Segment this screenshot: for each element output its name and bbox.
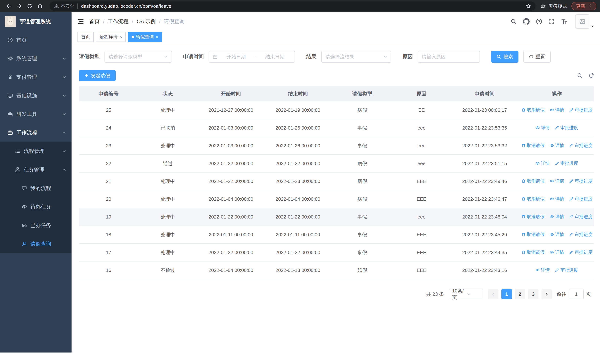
- omnibox-separator: [77, 3, 78, 9]
- detail-link[interactable]: 详情: [550, 142, 564, 149]
- cancel-leave-link[interactable]: 取消请假: [521, 142, 544, 149]
- sidebar-item-leave-query[interactable]: 请假查询: [0, 235, 72, 253]
- sidebar-item-process-management[interactable]: 流程管理: [0, 142, 72, 160]
- address-bar[interactable]: 不安全 dashboard.yudao.iocoder.cn/bpm/oa/le…: [50, 1, 535, 11]
- cell-status: 处理中: [138, 226, 197, 243]
- approval-progress-link[interactable]: 审批进度: [555, 160, 578, 166]
- approval-progress-link[interactable]: 审批进度: [555, 125, 578, 131]
- approval-progress-link[interactable]: 审批进度: [569, 178, 592, 184]
- reason-input[interactable]: [418, 51, 480, 63]
- breadcrumb-item[interactable]: 首页: [89, 18, 100, 25]
- edit-pen-icon: [555, 268, 559, 272]
- cancel-leave-link[interactable]: 取消请假: [521, 196, 544, 202]
- leave-type-select[interactable]: 请选择请假类型: [104, 51, 172, 63]
- security-warning[interactable]: 不安全: [54, 3, 74, 9]
- sidebar-item-task-management[interactable]: 任务管理: [0, 160, 72, 179]
- browser-home-button[interactable]: [35, 1, 45, 11]
- detail-link[interactable]: 详情: [550, 107, 564, 113]
- detail-link[interactable]: 详情: [535, 160, 550, 166]
- bookmark-star-icon[interactable]: [525, 3, 531, 9]
- page-size-select[interactable]: 10条/页: [449, 289, 483, 299]
- toggle-search-button[interactable]: [577, 73, 582, 78]
- cancel-leave-link[interactable]: 取消请假: [521, 178, 544, 184]
- header-search-button[interactable]: [511, 19, 517, 24]
- detail-link[interactable]: 详情: [550, 232, 564, 237]
- detail-link[interactable]: 详情: [550, 178, 564, 184]
- sidebar-item-payment-management[interactable]: 支付管理: [0, 68, 72, 86]
- cancel-leave-link[interactable]: 取消请假: [521, 107, 544, 113]
- sidebar-item-dev-tools[interactable]: 研发工具: [0, 105, 72, 123]
- end-date-placeholder[interactable]: 结束日期: [259, 54, 291, 60]
- breadcrumb-item[interactable]: 工作流程: [108, 18, 129, 25]
- sidebar-item-done-tasks[interactable]: 已办任务: [0, 216, 72, 235]
- page-number-button[interactable]: 2: [515, 289, 525, 299]
- detail-link[interactable]: 详情: [535, 125, 550, 131]
- start-date-placeholder[interactable]: 开始日期: [220, 54, 252, 60]
- sidebar-item-my-processes[interactable]: 我的流程: [0, 179, 72, 197]
- result-select[interactable]: 请选择流结果: [321, 51, 391, 63]
- reset-button[interactable]: 重置: [523, 51, 551, 63]
- sidebar-item-infrastructure[interactable]: 基础设施: [0, 86, 72, 105]
- sidebar-item-workflow[interactable]: 工作流程: [0, 123, 72, 142]
- table-row: 21 处理中 2022-01-22 00:00:00 2022-01-23 00…: [79, 172, 594, 190]
- app-logo-row[interactable]: 芋道管理系统: [0, 12, 72, 31]
- sidebar: 芋道管理系统 首页 系统管理 支付管理 基础设施 研发工具: [0, 12, 72, 364]
- browser-update-button[interactable]: 更新 ⋮: [572, 2, 596, 10]
- approval-progress-link[interactable]: 审批进度: [569, 196, 592, 202]
- approval-progress-link[interactable]: 审批进度: [569, 249, 592, 255]
- detail-link[interactable]: 详情: [550, 196, 564, 202]
- table-row: 17 处理中 2022-01-22 00:00:00 2022-01-22 00…: [79, 243, 594, 261]
- sidebar-item-home[interactable]: 首页: [0, 31, 72, 49]
- next-page-button[interactable]: [542, 289, 552, 299]
- tab-process-detail[interactable]: 流程详情 ×: [96, 32, 126, 42]
- tab-home[interactable]: 首页: [77, 32, 94, 42]
- approval-progress-link[interactable]: 审批进度: [569, 232, 592, 237]
- browser-reload-button[interactable]: [24, 1, 35, 11]
- search-button[interactable]: 搜索: [491, 51, 518, 63]
- browser-forward-button[interactable]: [14, 1, 24, 11]
- page-number-button[interactable]: 3: [528, 289, 538, 299]
- goto-page-input[interactable]: [569, 289, 584, 299]
- close-tab-icon[interactable]: ×: [156, 35, 158, 39]
- detail-link[interactable]: 详情: [550, 249, 564, 255]
- avatar[interactable]: [575, 14, 589, 28]
- refresh-table-button[interactable]: [589, 73, 594, 78]
- user-menu[interactable]: [575, 14, 594, 28]
- fullscreen-button[interactable]: [548, 19, 554, 24]
- github-link[interactable]: [523, 18, 530, 25]
- chevron-down-icon: [62, 149, 66, 153]
- approval-progress-link[interactable]: 审批进度: [569, 107, 592, 113]
- cancel-leave-link[interactable]: 取消请假: [521, 249, 544, 255]
- browser-back-button[interactable]: [4, 1, 14, 11]
- cell-status: 通过: [138, 155, 197, 172]
- cell-end: 2022-01-22 00:00:00: [264, 155, 331, 172]
- approval-progress-link[interactable]: 审批进度: [569, 142, 592, 149]
- approval-progress-link[interactable]: 审批进度: [569, 214, 592, 220]
- column-header: 开始时间: [197, 86, 264, 101]
- detail-link[interactable]: 详情: [550, 214, 564, 220]
- cancel-leave-link[interactable]: 取消请假: [521, 214, 544, 220]
- close-tab-icon[interactable]: ×: [119, 35, 122, 39]
- cell-start: 2022-01-03 00:00:00: [197, 137, 264, 155]
- breadcrumb-item[interactable]: OA 示例: [137, 18, 156, 25]
- prev-page-button[interactable]: [488, 289, 498, 299]
- column-header: 结束时间: [264, 86, 331, 101]
- url-text[interactable]: dashboard.yudao.iocoder.cn/bpm/oa/leave: [81, 3, 171, 9]
- detail-link[interactable]: 详情: [535, 267, 550, 273]
- help-button[interactable]: [536, 18, 542, 25]
- date-range-picker[interactable]: 开始日期 - 结束日期: [209, 51, 295, 63]
- create-leave-button[interactable]: 发起请假: [79, 70, 116, 81]
- calendar-icon: [213, 54, 217, 59]
- approval-progress-link[interactable]: 审批进度: [555, 267, 578, 273]
- collapse-sidebar-button[interactable]: [77, 18, 84, 25]
- sidebar-item-system-management[interactable]: 系统管理: [0, 49, 72, 68]
- sidebar-item-label: 支付管理: [16, 74, 59, 81]
- back-arrow-icon: [6, 3, 12, 9]
- browser-menu-icon[interactable]: ⋮: [588, 3, 593, 9]
- page-number-button[interactable]: 1: [501, 289, 512, 299]
- cancel-leave-link[interactable]: 取消请假: [521, 232, 544, 237]
- sidebar-item-label: 我的流程: [30, 185, 66, 192]
- tab-leave-query[interactable]: 请假查询 ×: [128, 32, 162, 42]
- font-size-button[interactable]: [561, 18, 567, 25]
- sidebar-item-pending-tasks[interactable]: 待办任务: [0, 197, 72, 216]
